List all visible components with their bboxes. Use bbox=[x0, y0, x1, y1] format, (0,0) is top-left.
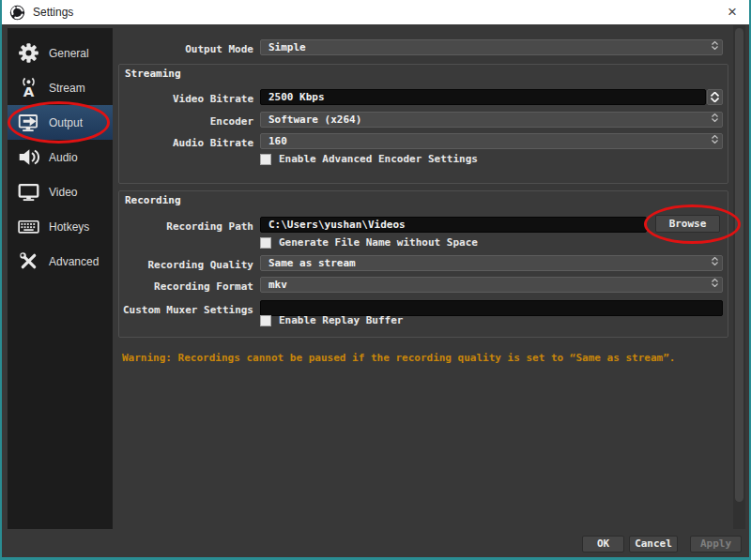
recording-format-label: Recording Format bbox=[122, 280, 253, 293]
sidebar-item-hotkeys[interactable]: Hotkeys bbox=[8, 209, 113, 244]
ok-button[interactable]: OK bbox=[582, 536, 624, 552]
checkbox-label: Enable Replay Buffer bbox=[279, 314, 403, 326]
encoder-select[interactable]: Software (x264) bbox=[260, 112, 723, 128]
chevron-updown-icon bbox=[712, 279, 718, 287]
sidebar-item-label: Audio bbox=[49, 151, 78, 164]
sidebar-item-video[interactable]: Video bbox=[8, 174, 113, 209]
gear-icon bbox=[16, 42, 40, 65]
svg-text:A: A bbox=[23, 83, 34, 98]
sidebar-item-label: Advanced bbox=[49, 255, 99, 268]
checkbox-box[interactable] bbox=[260, 154, 271, 165]
audio-bitrate-value: 160 bbox=[268, 135, 287, 147]
speaker-icon bbox=[16, 146, 40, 169]
checkbox-label: Generate File Name without Space bbox=[279, 236, 478, 249]
window-title: Settings bbox=[33, 6, 73, 19]
streaming-group-title: Streaming bbox=[125, 68, 181, 80]
checkbox-box[interactable] bbox=[260, 315, 271, 326]
sidebar-item-general[interactable]: General bbox=[8, 36, 113, 70]
checkbox-box[interactable] bbox=[260, 237, 271, 249]
apply-button[interactable]: Apply bbox=[690, 536, 742, 552]
sidebar-item-label: Hotkeys bbox=[49, 220, 89, 234]
chevron-updown-icon bbox=[712, 41, 718, 50]
checkbox-label: Enable Advanced Encoder Settings bbox=[279, 153, 478, 165]
sidebar-item-audio[interactable]: Audio bbox=[8, 140, 113, 174]
sidebar-item-label: Stream bbox=[49, 82, 85, 95]
titlebar: Settings × bbox=[0, 0, 751, 24]
chevron-updown-icon bbox=[712, 257, 718, 265]
sidebar-item-label: Output bbox=[49, 116, 83, 129]
recording-format-value: mkv bbox=[268, 279, 287, 291]
obs-logo-icon bbox=[9, 5, 25, 21]
encoder-value: Software (x264) bbox=[268, 114, 361, 126]
monitor-icon bbox=[16, 181, 40, 204]
sidebar-item-label: General bbox=[49, 47, 89, 60]
scrollbar-thumb[interactable] bbox=[735, 28, 743, 502]
tools-icon bbox=[16, 250, 40, 273]
cancel-button[interactable]: Cancel bbox=[629, 536, 678, 552]
sidebar: General A Stream Output bbox=[8, 28, 113, 529]
video-bitrate-value: 2500 Kbps bbox=[268, 91, 325, 103]
close-icon[interactable]: × bbox=[721, 2, 743, 23]
recording-path-label: Recording Path bbox=[122, 220, 253, 233]
keyboard-icon bbox=[16, 216, 40, 238]
enable-replay-buffer-checkbox[interactable]: Enable Replay Buffer bbox=[260, 314, 403, 326]
generate-filename-checkbox[interactable]: Generate File Name without Space bbox=[260, 236, 478, 249]
recording-quality-select[interactable]: Same as stream bbox=[260, 255, 723, 271]
warning-text: Warning: Recordings cannot be paused if … bbox=[122, 352, 728, 364]
recording-quality-label: Recording Quality bbox=[122, 259, 253, 271]
recording-quality-value: Same as stream bbox=[268, 257, 356, 269]
audio-bitrate-select[interactable]: 160 bbox=[260, 133, 723, 149]
custom-muxer-label: Custom Muxer Settings bbox=[122, 304, 253, 316]
video-bitrate-spinner[interactable] bbox=[707, 89, 723, 105]
recording-group-title: Recording bbox=[125, 194, 181, 206]
sidebar-item-advanced[interactable]: Advanced bbox=[8, 244, 113, 279]
browse-button[interactable]: Browse bbox=[655, 215, 720, 233]
video-bitrate-field[interactable]: 2500 Kbps bbox=[260, 89, 706, 105]
recording-format-select[interactable]: mkv bbox=[260, 277, 723, 293]
vertical-scrollbar[interactable] bbox=[733, 25, 745, 529]
audio-bitrate-label: Audio Bitrate bbox=[122, 137, 253, 149]
video-bitrate-label: Video Bitrate bbox=[122, 93, 253, 105]
chevron-updown-icon bbox=[712, 135, 718, 144]
sidebar-item-output[interactable]: Output bbox=[8, 105, 113, 140]
output-mode-value: Simple bbox=[268, 41, 306, 53]
output-mode-label: Output Mode bbox=[122, 43, 253, 55]
recording-path-input[interactable] bbox=[260, 217, 647, 233]
sidebar-item-label: Video bbox=[49, 186, 77, 199]
broadcast-icon: A bbox=[16, 77, 40, 99]
output-mode-select[interactable]: Simple bbox=[260, 39, 723, 55]
enable-advanced-encoder-checkbox[interactable]: Enable Advanced Encoder Settings bbox=[260, 153, 478, 165]
encoder-label: Encoder bbox=[122, 115, 253, 128]
monitor-arrow-icon bbox=[16, 112, 40, 134]
chevron-updown-icon bbox=[712, 114, 718, 122]
sidebar-item-stream[interactable]: A Stream bbox=[8, 70, 113, 105]
